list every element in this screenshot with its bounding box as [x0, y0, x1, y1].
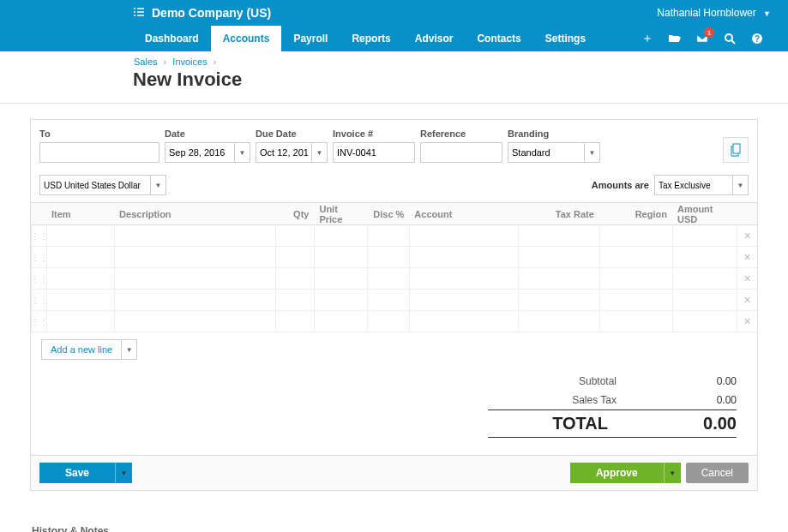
col-unit-price: Unit Price: [314, 204, 366, 224]
delete-row-icon[interactable]: ×: [737, 225, 757, 246]
company-name: Demo Company (US): [152, 6, 271, 20]
subtotal-label: Subtotal: [579, 375, 617, 387]
col-tax-rate: Tax Rate: [518, 209, 599, 219]
to-label: To: [39, 129, 159, 139]
amounts-are-label: Amounts are: [592, 180, 649, 190]
amounts-are-dropdown-icon[interactable]: ▼: [733, 175, 749, 195]
line-item-row[interactable]: ⋮⋮ ×: [31, 247, 757, 268]
cancel-button[interactable]: Cancel: [686, 463, 749, 483]
add-line-button[interactable]: Add a new line: [42, 340, 121, 359]
tab-advisor[interactable]: Advisor: [403, 26, 466, 51]
folder-icon[interactable]: [661, 26, 689, 51]
save-dropdown-icon[interactable]: ▼: [115, 463, 132, 483]
breadcrumb-invoices[interactable]: Invoices: [172, 57, 207, 67]
chevron-down-icon: ▼: [763, 9, 771, 18]
date-input[interactable]: [165, 142, 235, 163]
branding-select[interactable]: [508, 142, 585, 163]
save-label: Save: [39, 463, 115, 483]
amounts-are-select[interactable]: [654, 175, 733, 195]
due-date-label: Due Date: [256, 129, 328, 139]
currency-dropdown-icon[interactable]: ▼: [151, 175, 166, 195]
reference-label: Reference: [420, 129, 502, 139]
breadcrumb: Sales › Invoices ›: [0, 51, 788, 69]
to-input[interactable]: [39, 142, 159, 163]
history-title: History & Notes: [30, 491, 758, 532]
col-description: Description: [114, 209, 275, 219]
save-button[interactable]: Save ▼: [39, 463, 132, 483]
user-menu[interactable]: Nathanial Hornblower ▼: [657, 7, 771, 19]
tab-payroll[interactable]: Payroll: [281, 26, 340, 51]
page-title: New Invoice: [0, 69, 788, 103]
tab-contacts[interactable]: Contacts: [465, 26, 532, 51]
due-date-input[interactable]: [256, 142, 312, 163]
tax-label: Sales Tax: [572, 394, 617, 406]
app-logo-icon: [133, 6, 145, 21]
date-picker-icon[interactable]: ▼: [235, 142, 250, 163]
tab-reports[interactable]: Reports: [340, 26, 402, 51]
cancel-label: Cancel: [701, 467, 733, 479]
line-items-grid: Item Description Qty Unit Price Disc % A…: [31, 202, 757, 332]
tab-accounts[interactable]: Accounts: [211, 26, 282, 51]
col-amount: Amount USD: [672, 204, 737, 224]
currency-select[interactable]: [39, 175, 151, 195]
invoice-number-input[interactable]: [333, 142, 415, 163]
col-qty: Qty: [275, 209, 315, 219]
col-account: Account: [409, 209, 518, 219]
notifications-icon[interactable]: 1: [689, 26, 716, 51]
totals-section: Subtotal 0.00 Sales Tax 0.00 TOTAL 0.00: [31, 367, 757, 455]
delete-row-icon[interactable]: ×: [737, 268, 757, 289]
help-icon[interactable]: ?: [743, 26, 771, 51]
approve-dropdown-icon[interactable]: ▼: [664, 463, 681, 483]
svg-line-7: [731, 40, 735, 44]
total-label: TOTAL: [552, 414, 608, 433]
line-item-row[interactable]: ⋮⋮ ×: [31, 268, 757, 290]
due-date-picker-icon[interactable]: ▼: [312, 142, 328, 163]
tax-value: 0.00: [685, 394, 737, 406]
total-value: 0.00: [677, 414, 737, 433]
line-item-row[interactable]: ⋮⋮ ×: [31, 311, 757, 332]
invoice-number-label: Invoice #: [333, 129, 415, 139]
user-name: Nathanial Hornblower: [657, 7, 755, 19]
col-region: Region: [599, 209, 672, 219]
delete-row-icon[interactable]: ×: [737, 311, 757, 332]
add-icon[interactable]: ＋: [634, 26, 661, 51]
delete-row-icon[interactable]: ×: [737, 247, 757, 267]
drag-handle-icon[interactable]: ⋮⋮: [31, 311, 46, 332]
approve-label: Approve: [570, 463, 664, 483]
tab-dashboard[interactable]: Dashboard: [133, 26, 211, 51]
copy-invoice-button[interactable]: [723, 137, 749, 163]
date-label: Date: [165, 129, 250, 139]
approve-button[interactable]: Approve ▼: [570, 463, 681, 483]
main-nav: Dashboard Accounts Payroll Reports Advis…: [0, 26, 788, 51]
drag-handle-icon[interactable]: ⋮⋮: [31, 290, 46, 310]
tab-settings[interactable]: Settings: [533, 26, 598, 51]
subtotal-value: 0.00: [685, 375, 737, 387]
invoice-panel: To Date ▼ Due Date ▼ Invoice # Reference: [30, 119, 758, 491]
drag-handle-icon[interactable]: ⋮⋮: [31, 225, 46, 246]
line-item-row[interactable]: ⋮⋮ ×: [31, 290, 757, 311]
drag-handle-icon[interactable]: ⋮⋮: [31, 268, 46, 289]
branding-dropdown-icon[interactable]: ▼: [585, 142, 600, 163]
svg-point-6: [725, 34, 732, 41]
delete-row-icon[interactable]: ×: [737, 290, 757, 310]
col-item: Item: [46, 209, 114, 219]
notification-badge: 1: [704, 27, 714, 38]
branding-label: Branding: [508, 129, 600, 139]
col-disc: Disc %: [367, 209, 410, 219]
drag-handle-icon[interactable]: ⋮⋮: [31, 247, 46, 267]
top-bar: Demo Company (US) Nathanial Hornblower ▼: [0, 0, 788, 26]
svg-text:?: ?: [755, 34, 760, 44]
search-icon[interactable]: [716, 26, 743, 51]
svg-rect-11: [733, 144, 740, 153]
breadcrumb-sales[interactable]: Sales: [134, 57, 158, 67]
add-line-dropdown-icon[interactable]: ▼: [121, 340, 136, 359]
line-item-row[interactable]: ⋮⋮ ×: [31, 225, 757, 247]
reference-input[interactable]: [420, 142, 502, 163]
